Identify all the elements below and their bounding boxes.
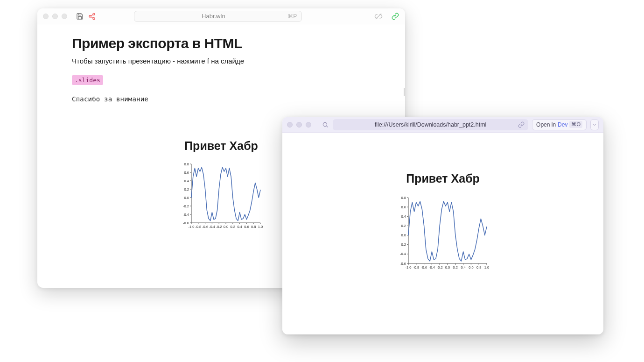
svg-point-1 [89, 15, 91, 17]
open-in-target: Dev [558, 121, 567, 128]
gutter-mark [404, 88, 405, 96]
open-in-dropdown[interactable] [590, 119, 599, 130]
open-in-label: Open in [536, 121, 556, 128]
svg-text:0.2: 0.2 [184, 187, 189, 192]
zoom-dot[interactable] [306, 122, 311, 128]
svg-text:0.0: 0.0 [401, 233, 406, 237]
browser-body: Привет Хабр -0.6-0.4-0.20.00.20.40.60.8-… [282, 172, 603, 334]
svg-text:-0.2: -0.2 [183, 204, 189, 208]
svg-point-0 [93, 13, 95, 15]
share-icon[interactable] [88, 12, 96, 21]
svg-text:0.4: 0.4 [237, 225, 242, 229]
minimize-dot[interactable] [296, 122, 302, 128]
unlink-icon[interactable] [374, 12, 383, 21]
svg-text:0.0: 0.0 [184, 196, 189, 200]
browser-traffic-lights [287, 122, 311, 128]
svg-text:-0.6: -0.6 [421, 265, 427, 270]
minimize-dot[interactable] [52, 14, 58, 19]
svg-text:-0.4: -0.4 [183, 213, 189, 217]
open-in-shortcut: ⌘O [569, 121, 582, 128]
svg-text:-1.0: -1.0 [189, 225, 195, 229]
browser-window: file:///Users/kirill/Downloads/habr_ppt2… [282, 117, 603, 334]
svg-line-3 [91, 17, 93, 18]
svg-text:0.8: 0.8 [251, 225, 256, 229]
svg-text:0.0: 0.0 [445, 265, 450, 270]
svg-text:0.8: 0.8 [476, 265, 481, 270]
document-heading: Пример экспорта в HTML [72, 35, 371, 51]
svg-line-47 [327, 126, 328, 127]
chart-2: -0.6-0.4-0.20.00.20.40.60.8-1.0-0.8-0.6-… [282, 195, 603, 272]
svg-text:-0.2: -0.2 [400, 242, 406, 247]
svg-text:-0.8: -0.8 [413, 265, 419, 270]
close-dot[interactable] [287, 122, 293, 128]
svg-text:0.6: 0.6 [401, 205, 406, 209]
link-icon[interactable] [391, 12, 399, 21]
browser-slide-title: Привет Хабр [282, 172, 603, 185]
file-title-pill[interactable]: Habr.wln ⌘P [134, 11, 302, 22]
address-link-icon[interactable] [518, 121, 525, 128]
svg-text:0.2: 0.2 [231, 225, 235, 229]
svg-text:-0.2: -0.2 [437, 265, 443, 270]
address-bar[interactable]: file:///Users/kirill/Downloads/habr_ppt2… [333, 119, 528, 130]
chart-1: -0.6-0.4-0.20.00.20.40.60.8-1.0-0.8-0.6-… [179, 161, 263, 233]
svg-text:1.0: 1.0 [484, 265, 489, 270]
svg-line-4 [91, 14, 93, 16]
document-intro: Чтобы запустить презентацию - нажмите f … [72, 57, 371, 65]
svg-text:-1.0: -1.0 [406, 265, 412, 270]
svg-text:-0.2: -0.2 [216, 225, 222, 229]
svg-text:1.0: 1.0 [258, 225, 263, 229]
close-dot[interactable] [43, 14, 49, 19]
svg-text:0.8: 0.8 [184, 162, 189, 166]
svg-point-46 [323, 122, 327, 126]
svg-text:-0.4: -0.4 [209, 225, 215, 229]
svg-text:-0.4: -0.4 [400, 252, 406, 256]
svg-text:0.4: 0.4 [184, 179, 189, 183]
svg-text:0.4: 0.4 [461, 265, 465, 270]
file-shortcut: ⌘P [287, 13, 297, 20]
address-url: file:///Users/kirill/Downloads/habr_ppt2… [375, 121, 487, 128]
search-icon[interactable] [322, 121, 329, 128]
svg-text:0.0: 0.0 [224, 225, 228, 229]
svg-point-2 [93, 17, 95, 19]
svg-text:0.4: 0.4 [401, 214, 406, 219]
svg-text:0.6: 0.6 [184, 170, 189, 175]
svg-text:0.2: 0.2 [453, 265, 458, 270]
save-icon[interactable] [76, 12, 84, 21]
file-name: Habr.wln [139, 13, 287, 20]
svg-text:0.8: 0.8 [401, 196, 406, 200]
svg-text:0.6: 0.6 [469, 265, 473, 270]
svg-text:-0.4: -0.4 [429, 265, 435, 270]
svg-text:0.6: 0.6 [244, 225, 249, 229]
svg-text:0.2: 0.2 [401, 224, 406, 228]
svg-text:-0.8: -0.8 [195, 225, 201, 229]
editor-titlebar: Habr.wln ⌘P [37, 8, 405, 24]
open-in-button[interactable]: Open in Dev ⌘O [532, 119, 587, 130]
thanks-line: Спасибо за внимание [72, 95, 371, 103]
browser-titlebar: file:///Users/kirill/Downloads/habr_ppt2… [282, 117, 603, 133]
svg-text:-0.6: -0.6 [202, 225, 208, 229]
slides-tag[interactable]: .slides [72, 75, 103, 85]
window-traffic-lights [43, 14, 67, 19]
zoom-dot[interactable] [62, 14, 67, 19]
